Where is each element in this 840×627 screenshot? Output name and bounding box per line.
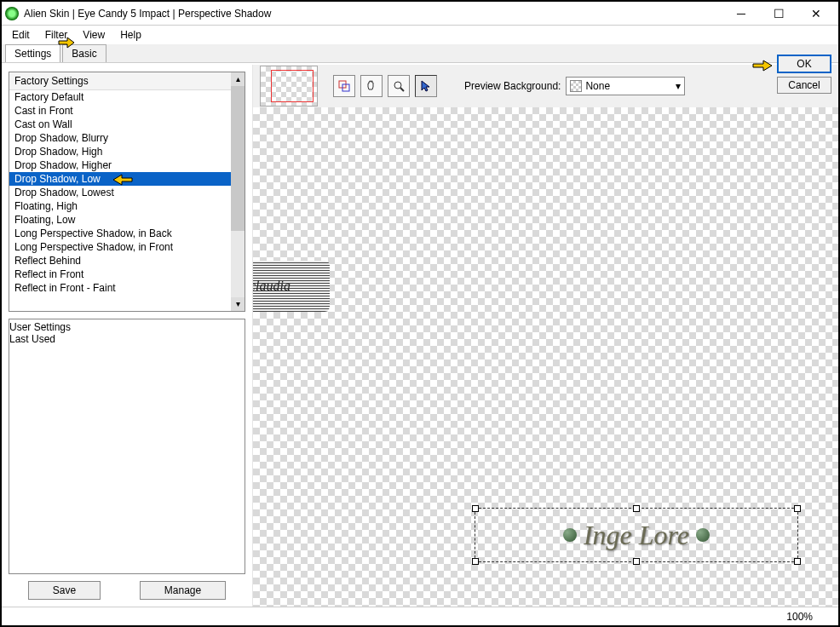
- user-header: User Settings: [9, 321, 245, 333]
- list-item[interactable]: Cast on Wall: [9, 118, 231, 131]
- preview-bg-combo[interactable]: None ▾: [566, 77, 685, 95]
- menu-view[interactable]: View: [76, 27, 112, 43]
- manage-button[interactable]: Manage: [140, 581, 226, 600]
- maximize-button[interactable]: ☐: [760, 3, 797, 24]
- menu-help[interactable]: Help: [113, 27, 148, 43]
- scroll-thumb[interactable]: [231, 86, 245, 231]
- list-item-selected[interactable]: Drop Shadow, Low: [9, 172, 231, 186]
- tab-settings[interactable]: Settings: [5, 44, 60, 62]
- list-item[interactable]: Reflect in Front - Faint: [9, 281, 231, 295]
- preview-canvas[interactable]: claudia Inge Lore: [253, 107, 838, 607]
- navigator-tool-icon[interactable]: [333, 75, 355, 97]
- zoom-level: 100%: [786, 611, 813, 623]
- scroll-down-icon[interactable]: ▾: [231, 297, 245, 311]
- resize-handle[interactable]: [472, 558, 479, 565]
- hand-tool-icon[interactable]: [360, 75, 383, 97]
- preview-thumbnail[interactable]: [260, 66, 318, 106]
- ok-label: OK: [797, 58, 811, 70]
- left-panel: Factory Settings Factory Default Cast in…: [2, 65, 253, 607]
- selected-layer[interactable]: Inge Lore: [475, 508, 798, 562]
- resize-handle[interactable]: [472, 505, 479, 512]
- hand-pointer-icon: [751, 56, 780, 75]
- ornament-icon: [563, 528, 577, 542]
- ok-button[interactable]: OK: [777, 55, 831, 73]
- preview-bg-label: Preview Background:: [464, 80, 561, 92]
- watermark: claudia: [253, 261, 330, 312]
- factory-header: Factory Settings: [9, 72, 231, 90]
- list-item[interactable]: Last Used: [9, 333, 245, 345]
- save-button[interactable]: Save: [28, 581, 101, 600]
- zoom-tool-icon[interactable]: [388, 75, 410, 97]
- resize-handle[interactable]: [794, 558, 801, 565]
- list-item[interactable]: Reflect Behind: [9, 254, 231, 267]
- preview-toolbar: Preview Background: None ▾: [253, 65, 838, 107]
- hand-pointer-icon: [103, 171, 134, 188]
- list-item[interactable]: Drop Shadow, High: [9, 145, 231, 158]
- resize-handle[interactable]: [633, 505, 640, 512]
- list-item[interactable]: Drop Shadow, Higher: [9, 158, 231, 172]
- factory-settings-list[interactable]: Factory Settings Factory Default Cast in…: [9, 72, 245, 312]
- user-settings-list[interactable]: User Settings Last Used: [9, 319, 245, 574]
- resize-handle[interactable]: [794, 505, 801, 512]
- list-item[interactable]: Drop Shadow, Blurry: [9, 131, 231, 145]
- pointer-tool-icon[interactable]: [415, 75, 437, 97]
- ornament-icon: [696, 528, 710, 542]
- swatch-icon: [570, 80, 582, 92]
- plugin-window: Alien Skin | Eye Candy 5 Impact | Perspe…: [0, 0, 840, 627]
- menu-edit[interactable]: Edit: [5, 27, 37, 43]
- list-item[interactable]: Long Perspective Shadow, in Front: [9, 240, 231, 254]
- statusbar: 100%: [2, 607, 838, 625]
- titlebar: Alien Skin | Eye Candy 5 Impact | Perspe…: [2, 2, 838, 26]
- list-item[interactable]: Long Perspective Shadow, in Back: [9, 227, 231, 240]
- svg-line-3: [400, 88, 404, 91]
- selected-label: Drop Shadow, Low: [14, 173, 101, 185]
- close-button[interactable]: ✕: [797, 3, 835, 24]
- resize-handle[interactable]: [633, 558, 640, 565]
- svg-point-2: [394, 82, 401, 89]
- tab-bar: Settings Basic: [2, 44, 838, 63]
- cancel-button[interactable]: Cancel: [777, 77, 831, 94]
- window-title: Alien Skin | Eye Candy 5 Impact | Perspe…: [24, 8, 722, 20]
- menu-filter[interactable]: Filter: [38, 27, 75, 43]
- app-icon: [5, 7, 19, 20]
- list-item[interactable]: Reflect in Front: [9, 267, 231, 281]
- list-item[interactable]: Floating, High: [9, 199, 231, 213]
- list-item[interactable]: Cast in Front: [9, 104, 231, 118]
- minimize-button[interactable]: ─: [722, 3, 760, 24]
- scroll-up-icon[interactable]: ▴: [231, 72, 245, 86]
- chevron-down-icon: ▾: [676, 80, 681, 92]
- scrollbar[interactable]: ▴ ▾: [231, 72, 245, 311]
- list-item[interactable]: Factory Default: [9, 90, 231, 104]
- list-item[interactable]: Floating, Low: [9, 213, 231, 227]
- menubar: Edit Filter View Help: [2, 26, 838, 44]
- combo-value: None: [585, 80, 610, 92]
- right-panel: OK Cancel Previ: [253, 65, 838, 607]
- layer-text: Inge Lore: [584, 520, 689, 551]
